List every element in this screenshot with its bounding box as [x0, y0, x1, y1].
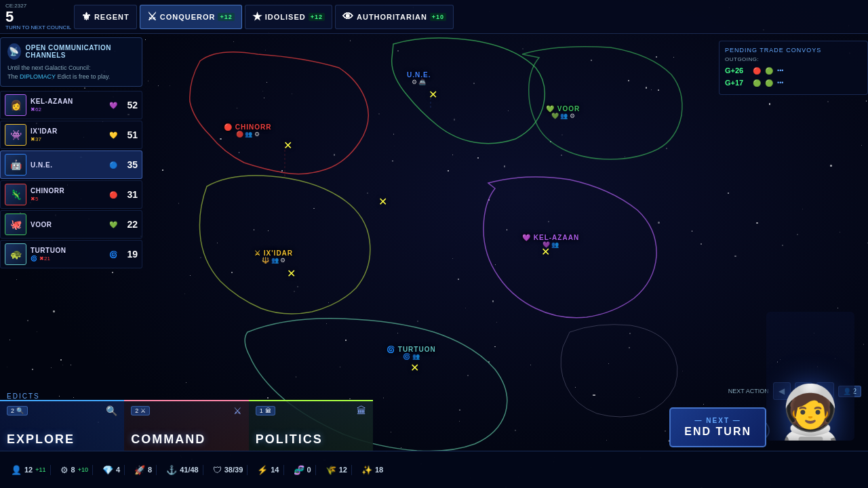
- resource-industry: ⚙ 8 +10: [56, 465, 93, 475]
- credits-icon: 💎: [102, 465, 113, 475]
- resource-fleet1: ⚓ 41/48: [162, 465, 203, 475]
- regent-label: REGENT: [94, 13, 130, 21]
- fleet2-val: 38/39: [224, 466, 243, 474]
- edicts-label: EDICTS: [7, 392, 40, 400]
- leader-row-chinorr[interactable]: 🦎 CHINORR ✖5 🔴 31: [0, 180, 142, 209]
- score-icon-chinorr: 🔴: [109, 191, 117, 199]
- authoritarian-label: AUTHORITARIAN: [357, 13, 427, 21]
- food-val: 12: [339, 466, 347, 474]
- explore-label: EXPLORE: [7, 432, 117, 447]
- conqueror-icon: ⚔: [147, 10, 157, 23]
- credits-val: 4: [116, 466, 120, 474]
- tab-command[interactable]: 2 ⚔ ⚔ COMMAND: [124, 400, 248, 451]
- conqueror-label: CONQUEROR: [160, 13, 216, 21]
- leader-row-voor[interactable]: 🐙 VOOR 💚 22: [0, 210, 142, 239]
- comm-title: OPEN COMMUNICATION CHANNELS: [25, 44, 135, 59]
- faction-tab-conqueror[interactable]: ⚔ CONQUEROR +12: [140, 5, 242, 29]
- tab-explore[interactable]: 2 🔍 🔍 EXPLORE: [0, 400, 124, 451]
- resource-food: 🌾 12: [321, 465, 352, 475]
- resource-pop: 👤 12 +11: [7, 465, 51, 475]
- comm-text: Until the next Galactic Council: The DIP…: [7, 64, 135, 81]
- politics-action-icon: 🏛: [357, 405, 366, 416]
- command-badge: 2 ⚔: [131, 406, 150, 415]
- end-turn-next-icon: — NEXT —: [684, 417, 751, 424]
- authoritarian-bonus: +10: [430, 13, 446, 21]
- leader-row-une[interactable]: 🤖 U.N.E. 🔵 35: [0, 150, 142, 179]
- politics-label: POLITICS: [256, 432, 366, 447]
- trade-dot-green-2: 🟢: [753, 79, 761, 87]
- ships-val: 8: [148, 466, 152, 474]
- score-icon-ixidar: 💛: [109, 131, 117, 139]
- fleet1-icon: ⚓: [166, 465, 177, 475]
- resource-fleet2: 🛡 38/39: [209, 465, 248, 475]
- score-icon-une: 🔵: [109, 161, 117, 169]
- leader-sub: 🌀✖21: [31, 256, 105, 262]
- influence-icon: ✨: [361, 465, 372, 475]
- food-icon: 🌾: [326, 465, 336, 475]
- explore-badge-icon: 🔍: [16, 407, 24, 414]
- command-action-icon: ⚔: [233, 405, 242, 416]
- resource-ships: 🚀 8: [130, 465, 157, 475]
- leaderboard: 👩 KEL-AZAAN ✖62 💜 52 👾 IX'IDAR ✖37 💛 51: [0, 91, 142, 268]
- leader-score-ixidar: 51: [121, 129, 138, 140]
- faction-tab-regent[interactable]: ⚜ REGENT: [74, 5, 137, 29]
- pop-val: 12: [24, 466, 33, 474]
- resource-credits: 💎 4: [98, 465, 125, 475]
- tab-politics[interactable]: 1 🏛 🏛 POLITICS: [249, 400, 373, 451]
- influence-val: 18: [375, 466, 383, 474]
- top-bar: CE:2327 5 TURN TO NEXT COUNCIL ⚜ REGENT …: [0, 0, 868, 34]
- explore-action-icon: 🔍: [106, 405, 117, 416]
- faction-tab-idolised[interactable]: ★ IDOLISED +12: [245, 5, 332, 29]
- trade-val-2: G+17: [725, 79, 749, 87]
- trade-dot-red-1: 🔴: [753, 67, 761, 75]
- trade-arrow-1: •••: [777, 67, 783, 74]
- trade-arrow-2: •••: [777, 79, 783, 86]
- score-icon-turtuon: 🌀: [109, 251, 117, 258]
- bottom-tabs: 2 🔍 🔍 EXPLORE 2 ⚔ ⚔ COMMAND: [0, 400, 373, 451]
- leader-row-ixidar[interactable]: 👾 IX'IDAR ✖37 💛 51: [0, 121, 142, 149]
- faction-tab-authoritarian[interactable]: 👁 AUTHORITARIAN +10: [335, 5, 454, 29]
- turn-label: TURN TO NEXT COUNCIL: [5, 24, 71, 31]
- leader-row-kel-azaan[interactable]: 👩 KEL-AZAAN ✖62 💜 52: [0, 91, 142, 119]
- resource-ops: ⚡ 14: [253, 465, 283, 475]
- date-display: CE:2327: [5, 3, 71, 9]
- leader-score-voor: 22: [121, 219, 138, 230]
- comm-icon: 📡: [7, 43, 21, 60]
- end-turn-button[interactable]: — NEXT — END TURN: [669, 407, 766, 447]
- science-icon: 🧬: [294, 465, 304, 475]
- explore-badge: 2 🔍: [7, 406, 28, 415]
- leader-score-turtuon: 19: [121, 249, 138, 260]
- conqueror-bonus: +12: [218, 13, 234, 21]
- command-badge-icon: ⚔: [140, 407, 146, 414]
- idolised-bonus: +12: [309, 13, 325, 21]
- leader-name: U.N.E.: [31, 161, 105, 169]
- leader-name: KEL-AZAAN: [31, 98, 105, 105]
- leader-score-kel-azaan: 52: [121, 100, 138, 110]
- fleet1-val: 41/48: [180, 466, 199, 474]
- score-icon-kel-azaan: 💜: [109, 102, 117, 109]
- trade-row-1: G+26 🔴 🟢 •••: [725, 64, 862, 77]
- leader-sub: ✖37: [31, 136, 105, 142]
- leader-score-chinorr: 31: [121, 189, 138, 200]
- leader-score-une: 35: [121, 159, 138, 170]
- trade-val-1: G+26: [725, 66, 749, 75]
- leader-sub: ✖5: [31, 196, 105, 202]
- trade-outgoing-label: OUTGOING:: [725, 56, 862, 62]
- science-val: 0: [307, 466, 311, 474]
- industry-val: 8: [71, 466, 75, 474]
- command-label: COMMAND: [131, 432, 241, 447]
- industry-icon: ⚙: [60, 465, 68, 475]
- leader-row-turtuon[interactable]: 🐢 TURTUON 🌀✖21 🌀 19: [0, 240, 142, 268]
- turn-info: CE:2327 5 TURN TO NEXT COUNCIL: [5, 3, 71, 30]
- leader-name: TURTUON: [31, 247, 105, 254]
- regent-icon: ⚜: [81, 10, 92, 23]
- resource-influence: ✨ 18: [357, 465, 387, 475]
- politics-badge: 1 🏛: [256, 406, 275, 415]
- communication-box[interactable]: 📡 OPEN COMMUNICATION CHANNELS Until the …: [0, 37, 142, 87]
- leader-name: VOOR: [31, 221, 105, 228]
- resource-science: 🧬 0: [290, 465, 316, 475]
- ops-val: 14: [271, 466, 279, 474]
- left-panel: 📡 OPEN COMMUNICATION CHANNELS Until the …: [0, 37, 142, 268]
- idolised-icon: ★: [252, 10, 262, 23]
- authoritarian-icon: 👁: [342, 11, 354, 23]
